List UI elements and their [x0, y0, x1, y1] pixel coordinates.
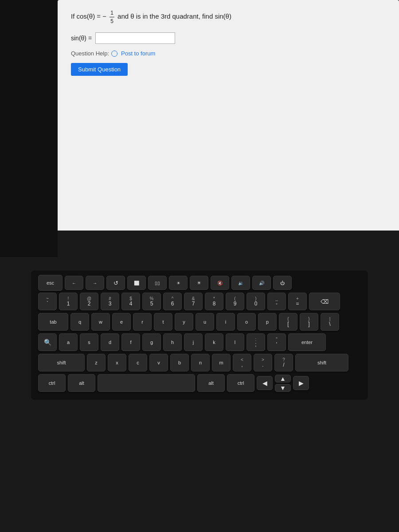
help-label: Question Help:: [71, 50, 109, 57]
fraction: 1 5: [110, 9, 114, 25]
key-r[interactable]: r: [133, 313, 152, 331]
key-j[interactable]: j: [184, 333, 203, 351]
key-q[interactable]: q: [70, 313, 89, 331]
key-mute[interactable]: 🔇: [211, 276, 229, 290]
math-problem: If cos(θ) = − 1 5 and θ is in the 3rd qu…: [71, 9, 386, 25]
qwerty-row: tab q w e r t y u i o p {[ }] |\: [38, 313, 361, 331]
key-e[interactable]: e: [112, 313, 131, 331]
key-l[interactable]: l: [226, 333, 244, 351]
key-t[interactable]: t: [154, 313, 172, 331]
key-enter[interactable]: enter: [288, 333, 326, 351]
key-rbracket[interactable]: }]: [300, 313, 318, 331]
key-lbracket[interactable]: {[: [279, 313, 297, 331]
key-backslash[interactable]: |\: [321, 313, 339, 331]
key-ctrl[interactable]: ctrl: [38, 374, 66, 392]
key-f[interactable]: f: [121, 333, 140, 351]
key-slash[interactable]: ?/: [274, 354, 293, 372]
key-n[interactable]: n: [191, 354, 210, 372]
key-arrow-up[interactable]: ▲: [275, 375, 291, 383]
key-8[interactable]: *8: [205, 293, 223, 310]
key-quote[interactable]: "': [267, 333, 286, 351]
fraction-numerator: 1: [110, 9, 114, 17]
key-alt-right[interactable]: alt: [197, 374, 225, 392]
key-s[interactable]: s: [80, 333, 98, 351]
problem-suffix: and θ is in the 3rd quadrant, find sin(θ…: [117, 12, 231, 20]
key-ctrl-right[interactable]: ctrl: [227, 374, 254, 392]
key-minus[interactable]: _-: [267, 293, 286, 310]
key-x[interactable]: x: [108, 354, 126, 372]
post-icon: [111, 51, 117, 57]
key-m[interactable]: m: [212, 354, 231, 372]
key-power[interactable]: ⏻: [273, 276, 292, 290]
key-d[interactable]: d: [101, 333, 119, 351]
key-space[interactable]: [98, 374, 195, 392]
key-vol-up[interactable]: 🔊: [252, 276, 271, 290]
key-5[interactable]: %5: [142, 293, 161, 310]
key-windows[interactable]: ▯▯: [148, 276, 167, 290]
key-arrow-down[interactable]: ▼: [275, 384, 291, 392]
key-7[interactable]: &7: [184, 293, 203, 310]
key-shift-right[interactable]: shift: [295, 354, 348, 372]
key-back[interactable]: ←: [65, 276, 83, 290]
key-o[interactable]: o: [237, 313, 256, 331]
keyboard-container: esc ← → ↺ ⬜ ▯▯ ☀ ☀ 🔇 🔉 🔊 ⏻ ~` !1 @2: [0, 257, 399, 532]
keyboard: esc ← → ↺ ⬜ ▯▯ ☀ ☀ 🔇 🔉 🔊 ⏻ ~` !1 @2: [31, 270, 368, 400]
key-forward[interactable]: →: [86, 276, 104, 290]
fraction-denominator: 5: [110, 17, 114, 25]
key-a[interactable]: a: [59, 333, 78, 351]
key-v[interactable]: v: [149, 354, 168, 372]
key-semicolon[interactable]: :;: [246, 333, 265, 351]
laptop-screen: If cos(θ) = − 1 5 and θ is in the 3rd qu…: [58, 0, 399, 231]
key-4[interactable]: $4: [121, 293, 140, 310]
key-9[interactable]: (9: [226, 293, 244, 310]
sin-label: sin(θ) =: [71, 35, 92, 42]
key-c[interactable]: c: [129, 354, 147, 372]
key-bright-up[interactable]: ☀: [190, 276, 208, 290]
key-6[interactable]: ^6: [163, 293, 182, 310]
key-w[interactable]: w: [91, 313, 110, 331]
key-3[interactable]: #3: [101, 293, 119, 310]
key-refresh[interactable]: ↺: [106, 276, 125, 290]
zxcv-row: shift z x c v b n m <, >. ?/ shift: [38, 354, 361, 372]
left-bezel: [0, 0, 58, 257]
key-tab[interactable]: tab: [38, 313, 68, 331]
key-search[interactable]: 🔍: [38, 333, 57, 351]
post-to-forum-link[interactable]: Post to forum: [121, 50, 155, 57]
submit-button[interactable]: Submit Question: [71, 63, 128, 76]
key-period[interactable]: >.: [254, 354, 272, 372]
key-2[interactable]: @2: [80, 293, 98, 310]
key-shift-left[interactable]: shift: [38, 354, 85, 372]
problem-text: If cos(θ) = −: [71, 12, 106, 20]
key-backspace[interactable]: ⌫: [309, 293, 340, 310]
key-arrow-right[interactable]: ▶: [293, 376, 309, 390]
key-p[interactable]: p: [258, 313, 277, 331]
asdf-row: 🔍 a s d f g h j k l :; "' enter: [38, 333, 361, 351]
sin-input-row: sin(θ) =: [71, 32, 386, 44]
key-alt[interactable]: alt: [68, 374, 95, 392]
key-b[interactable]: b: [170, 354, 189, 372]
key-h[interactable]: h: [163, 333, 182, 351]
key-tilde[interactable]: ~`: [38, 293, 57, 310]
key-arrow-left[interactable]: ◀: [257, 376, 273, 390]
key-esc[interactable]: esc: [38, 275, 63, 291]
question-help: Question Help: Post to forum: [71, 50, 386, 57]
key-k[interactable]: k: [205, 333, 223, 351]
key-1[interactable]: !1: [59, 293, 78, 310]
key-y[interactable]: y: [175, 313, 193, 331]
screen-content: If cos(θ) = − 1 5 and θ is in the 3rd qu…: [58, 0, 399, 231]
key-0[interactable]: )0: [246, 293, 265, 310]
key-z[interactable]: z: [87, 354, 106, 372]
bottom-row: ctrl alt alt ctrl ◀ ▲ ▼ ▶: [38, 374, 361, 392]
key-u[interactable]: u: [196, 313, 214, 331]
sin-input[interactable]: [95, 32, 175, 44]
key-comma[interactable]: <,: [233, 354, 251, 372]
key-vol-down[interactable]: 🔉: [231, 276, 250, 290]
key-bright-down[interactable]: ☀: [169, 276, 188, 290]
key-g[interactable]: g: [142, 333, 161, 351]
key-i[interactable]: i: [216, 313, 235, 331]
key-equals[interactable]: +=: [288, 293, 307, 310]
key-fullscreen[interactable]: ⬜: [127, 276, 146, 290]
number-row: ~` !1 @2 #3 $4 %5 ^6 &7: [38, 293, 361, 310]
fn-row: esc ← → ↺ ⬜ ▯▯ ☀ ☀ 🔇 🔉 🔊 ⏻: [38, 276, 361, 290]
